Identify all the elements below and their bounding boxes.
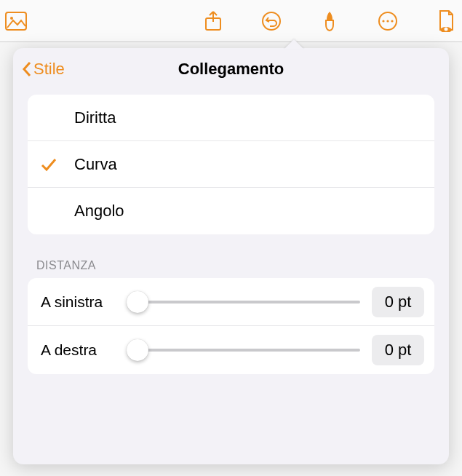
popover: Stile Collegamento Diritta Curva Angolo … [13,48,449,464]
distance-right-value[interactable]: 0 pt [372,335,424,365]
svg-point-1 [10,17,13,20]
chevron-left-icon [22,61,32,77]
distance-right-slider[interactable] [128,338,360,362]
popover-header: Stile Collegamento [13,48,449,90]
distance-section-label: DISTANZA [36,259,426,272]
connection-type-diritta[interactable]: Diritta [28,95,434,141]
connection-type-list: Diritta Curva Angolo [28,95,434,234]
list-item-label: Angolo [74,202,124,221]
slider-track [128,301,360,304]
slider-label: A destra [41,341,128,359]
undo-icon[interactable] [260,9,283,33]
format-brush-icon[interactable] [318,9,341,33]
checkmark-slot [41,157,74,172]
svg-point-5 [382,20,384,22]
svg-point-7 [391,20,393,22]
svg-rect-0 [6,12,26,30]
checkmark-icon [41,157,57,172]
svg-point-9 [445,27,448,31]
slider-thumb[interactable] [127,339,148,361]
list-item-label: Diritta [74,108,116,127]
distance-group: A sinistra 0 pt A destra 0 pt [28,278,434,374]
document-icon[interactable] [434,9,458,33]
distance-row-left: A sinistra 0 pt [28,278,434,326]
back-button[interactable]: Stile [22,60,65,79]
connection-type-angolo[interactable]: Angolo [28,188,434,234]
slider-thumb[interactable] [127,291,148,313]
distance-left-value[interactable]: 0 pt [372,287,424,317]
distance-row-right: A destra 0 pt [28,326,434,374]
connection-type-curva[interactable]: Curva [28,141,434,188]
distance-left-slider[interactable] [128,290,360,314]
toolbar [0,0,462,42]
back-label: Stile [33,60,65,79]
popover-title: Collegamento [178,60,284,79]
more-icon[interactable] [376,9,399,33]
slider-label: A sinistra [41,293,128,311]
slider-track [128,349,360,352]
svg-point-6 [386,20,389,22]
share-icon[interactable] [202,9,225,33]
list-item-label: Curva [74,155,117,174]
media-icon[interactable] [4,9,28,33]
